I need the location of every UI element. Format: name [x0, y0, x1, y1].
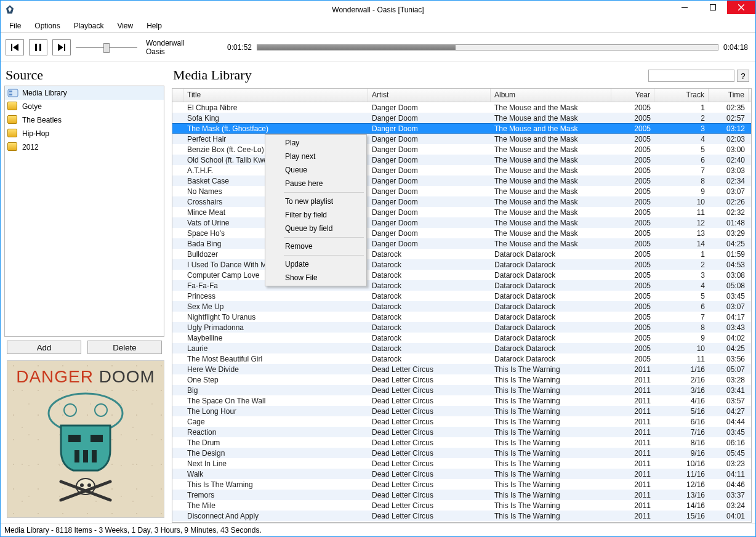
- svg-rect-4: [11, 44, 12, 51]
- menu-playback[interactable]: Playback: [69, 20, 109, 31]
- menu-view[interactable]: View: [112, 20, 138, 31]
- total-time: 0:04:18: [723, 43, 748, 52]
- playlist-icon: [7, 102, 18, 111]
- table-row[interactable]: Basket CaseDanger DoomThe Mouse and the …: [172, 176, 751, 186]
- svg-rect-7: [39, 44, 41, 51]
- svg-rect-6: [35, 44, 37, 51]
- table-row[interactable]: The Long HourDead Letter CircusThis Is T…: [172, 406, 751, 416]
- col-track[interactable]: Track: [654, 89, 709, 102]
- minimize-button[interactable]: [670, 1, 699, 14]
- table-row[interactable]: Space Ho'sDanger DoomThe Mouse and the M…: [172, 228, 751, 238]
- table-row[interactable]: ReactionDead Letter CircusThis Is The Wa…: [172, 427, 751, 437]
- table-row[interactable]: Sofa KingDanger DoomThe Mouse and the Ma…: [172, 113, 751, 123]
- context-menu-item[interactable]: Pause here: [267, 177, 365, 190]
- svg-rect-1: [710, 5, 716, 10]
- table-row[interactable]: TremorsDead Letter CircusThis Is The War…: [172, 490, 751, 500]
- table-row[interactable]: Vats of UrineDanger DoomThe Mouse and th…: [172, 217, 751, 228]
- context-menu-separator: [284, 192, 364, 193]
- table-row[interactable]: MaybellineDatarockDatarock Datarock20059…: [172, 333, 751, 343]
- col-time[interactable]: Time: [709, 89, 749, 102]
- table-row[interactable]: The MileDead Letter CircusThis Is The Wa…: [172, 500, 751, 511]
- svg-rect-20: [92, 450, 97, 462]
- table-row[interactable]: The DesignDead Letter CircusThis Is The …: [172, 448, 751, 458]
- table-row[interactable]: I Used To Dance With My DaddyDatarockDat…: [172, 259, 751, 270]
- table-row[interactable]: PrincessDatarockDatarock Datarock2005503…: [172, 291, 751, 301]
- svg-rect-19: [83, 450, 88, 462]
- context-menu-item[interactable]: Update: [267, 257, 365, 271]
- table-row[interactable]: Ugly PrimadonnaDatarockDatarock Datarock…: [172, 322, 751, 333]
- col-title[interactable]: Title: [183, 89, 368, 102]
- pause-button[interactable]: [29, 39, 47, 55]
- table-row[interactable]: The Space On The WallDead Letter CircusT…: [172, 395, 751, 406]
- search-help-button[interactable]: ?: [737, 70, 749, 82]
- table-row[interactable]: BigDead Letter CircusThis Is The Warning…: [172, 385, 751, 395]
- context-menu-item[interactable]: Filter by field: [267, 208, 365, 222]
- source-item[interactable]: 2012: [5, 140, 164, 154]
- col-year[interactable]: Year: [611, 89, 654, 102]
- source-item-label: Gotye: [22, 102, 42, 111]
- source-list[interactable]: Media LibraryGotyeThe BeatlesHip-Hop2012: [4, 86, 164, 337]
- previous-button[interactable]: [6, 39, 24, 55]
- table-row[interactable]: The DrumDead Letter CircusThis Is The Wa…: [172, 437, 751, 448]
- table-row[interactable]: Bada BingDanger DoomThe Mouse and the Ma…: [172, 238, 751, 249]
- source-item-label: The Beatles: [22, 116, 62, 124]
- progress-bar[interactable]: [257, 44, 718, 50]
- col-album[interactable]: Album: [491, 89, 611, 102]
- titlebar: Wonderwall - Oasis [Tuniac]: [1, 1, 755, 19]
- table-body[interactable]: El Chupa NibreDanger DoomThe Mouse and t…: [172, 102, 751, 522]
- table-row[interactable]: A.T.H.F.Danger DoomThe Mouse and the Mas…: [172, 165, 751, 176]
- add-source-button[interactable]: Add: [7, 341, 81, 354]
- source-item[interactable]: Gotye: [5, 100, 164, 113]
- context-menu-item[interactable]: Queue by field: [267, 222, 365, 235]
- source-item[interactable]: Hip-Hop: [5, 127, 164, 140]
- table-row[interactable]: LaurieDatarockDatarock Datarock20051004:…: [172, 343, 751, 353]
- context-menu-item[interactable]: Remove: [267, 240, 365, 253]
- table-row[interactable]: Here We DivideDead Letter CircusThis Is …: [172, 364, 751, 374]
- table-row[interactable]: Perfect HairDanger DoomThe Mouse and the…: [172, 134, 751, 144]
- svg-point-14: [64, 404, 76, 416]
- table-row[interactable]: The Mask (ft. Ghostface)Danger DoomThe M…: [172, 123, 751, 134]
- menu-options[interactable]: Options: [30, 20, 65, 31]
- table-row[interactable]: Nightflight To UranusDatarockDatarock Da…: [172, 312, 751, 322]
- svg-point-15: [95, 404, 107, 416]
- table-row[interactable]: Sex Me UpDatarockDatarock Datarock200560…: [172, 301, 751, 312]
- table-row[interactable]: El Chupa NibreDanger DoomThe Mouse and t…: [172, 102, 751, 113]
- album-art: DANGER DOOM: [7, 360, 164, 518]
- context-menu-item[interactable]: Show File: [267, 271, 365, 285]
- menu-help[interactable]: Help: [142, 20, 167, 31]
- table-row[interactable]: Next In LineDead Letter CircusThis Is Th…: [172, 458, 751, 469]
- app-icon: [1, 1, 19, 19]
- delete-source-button[interactable]: Delete: [87, 341, 162, 354]
- elapsed-time: 0:01:52: [227, 43, 252, 52]
- context-menu-item[interactable]: Play next: [267, 150, 365, 163]
- svg-rect-11: [9, 91, 12, 92]
- table-row[interactable]: Fa-Fa-FaDatarockDatarock Datarock2005405…: [172, 280, 751, 291]
- source-item[interactable]: Media Library: [5, 86, 164, 100]
- playlist-icon: [7, 142, 18, 152]
- table-row[interactable]: Benzie Box (ft. Cee-Lo)Danger DoomThe Mo…: [172, 144, 751, 155]
- table-row[interactable]: No NamesDanger DoomThe Mouse and the Mas…: [172, 186, 751, 196]
- table-row[interactable]: Computer Camp LoveDatarockDatarock Datar…: [172, 270, 751, 280]
- table-row[interactable]: One StepDead Letter CircusThis Is The Wa…: [172, 374, 751, 385]
- table-row[interactable]: CrosshairsDanger DoomThe Mouse and the M…: [172, 196, 751, 207]
- context-menu-item[interactable]: Queue: [267, 163, 365, 177]
- menu-file[interactable]: File: [4, 20, 26, 31]
- next-button[interactable]: [52, 39, 71, 55]
- table-row[interactable]: Mince MeatDanger DoomThe Mouse and the M…: [172, 207, 751, 217]
- volume-slider[interactable]: [76, 41, 137, 54]
- table-row[interactable]: WalkDead Letter CircusThis Is The Warnin…: [172, 469, 751, 479]
- source-item[interactable]: The Beatles: [5, 113, 164, 127]
- close-button[interactable]: [727, 1, 755, 14]
- maximize-button[interactable]: [699, 1, 727, 14]
- table-row[interactable]: CageDead Letter CircusThis Is The Warnin…: [172, 416, 751, 427]
- table-row[interactable]: BulldozerDatarockDatarock Datarock200510…: [172, 249, 751, 259]
- table-row[interactable]: Disconnect And ApplyDead Letter CircusTh…: [172, 511, 751, 521]
- context-menu-item[interactable]: Play: [267, 136, 365, 150]
- table-header: Title Artist Album Year Track Time: [172, 89, 751, 102]
- table-row[interactable]: Old School (ft. Talib Kweli)Danger DoomT…: [172, 155, 751, 165]
- search-input[interactable]: [648, 70, 734, 82]
- table-row[interactable]: This Is The WarningDead Letter CircusThi…: [172, 479, 751, 490]
- table-row[interactable]: The Most Beautiful GirlDatarockDatarock …: [172, 353, 751, 364]
- col-artist[interactable]: Artist: [368, 89, 491, 102]
- context-menu-item[interactable]: To new playlist: [267, 195, 365, 208]
